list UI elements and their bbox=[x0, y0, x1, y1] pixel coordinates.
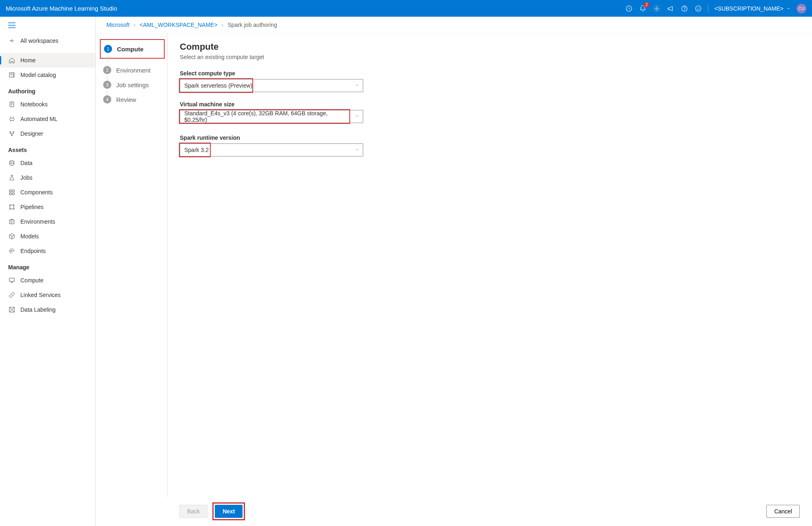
nav-label: Pipelines bbox=[20, 204, 44, 210]
svg-point-1 bbox=[656, 7, 658, 9]
nav-endpoints[interactable]: Endpoints bbox=[0, 244, 95, 258]
topbar: Microsoft Azure Machine Learning Studio … bbox=[0, 0, 812, 17]
main: Microsoft › <AML_WORKSPACE_NAME> › Spark… bbox=[96, 17, 812, 526]
step-job-settings[interactable]: 3 Job settings bbox=[102, 77, 161, 92]
monitor-icon bbox=[8, 277, 15, 284]
subscription-picker[interactable]: <SUBSCRIPTION_NAME> bbox=[714, 5, 791, 12]
flask-icon bbox=[8, 174, 15, 181]
nav-designer[interactable]: Designer bbox=[0, 126, 95, 141]
step-label: Job settings bbox=[116, 81, 149, 88]
label-icon bbox=[8, 306, 15, 313]
nav-notebooks[interactable]: Notebooks bbox=[0, 97, 95, 112]
stepper: 1 Compute 2 Environment 3 Job settings bbox=[96, 33, 168, 526]
nav-label: Compute bbox=[20, 277, 44, 284]
next-button[interactable]: Next bbox=[215, 505, 243, 518]
app-title: Microsoft Azure Machine Learning Studio bbox=[6, 5, 117, 12]
megaphone-icon[interactable] bbox=[666, 4, 675, 13]
subscription-name: <SUBSCRIPTION_NAME> bbox=[714, 5, 783, 12]
nav-jobs[interactable]: Jobs bbox=[0, 170, 95, 185]
svg-rect-23 bbox=[9, 278, 14, 282]
section-authoring: Authoring bbox=[0, 82, 95, 97]
cancel-button[interactable]: Cancel bbox=[766, 505, 800, 518]
step-label: Compute bbox=[117, 46, 143, 53]
step-number: 4 bbox=[103, 95, 111, 103]
svg-rect-15 bbox=[9, 193, 11, 195]
svg-point-17 bbox=[9, 205, 11, 206]
designer-icon bbox=[8, 130, 15, 137]
environment-icon bbox=[8, 218, 15, 225]
home-icon bbox=[8, 57, 15, 64]
runtime-select[interactable]: Spark 3.2 bbox=[180, 143, 363, 156]
svg-rect-21 bbox=[10, 220, 14, 224]
nav-automated-ml[interactable]: Automated ML bbox=[0, 112, 95, 126]
runtime-label: Spark runtime version bbox=[180, 134, 800, 141]
nav-model-catalog[interactable]: Model catalog bbox=[0, 68, 95, 82]
nav-data-labeling[interactable]: Data Labeling bbox=[0, 302, 95, 317]
chevron-right-icon: › bbox=[134, 22, 136, 28]
hamburger-icon[interactable] bbox=[0, 20, 95, 33]
nav-compute[interactable]: Compute bbox=[0, 273, 95, 288]
pipeline-icon bbox=[8, 203, 15, 211]
chevron-right-icon: › bbox=[222, 22, 224, 28]
step-environment[interactable]: 2 Environment bbox=[102, 63, 161, 77]
nav-models[interactable]: Models bbox=[0, 229, 95, 244]
svg-point-3 bbox=[684, 10, 685, 10]
svg-point-6 bbox=[699, 8, 699, 8]
nav-home[interactable]: Home bbox=[0, 53, 95, 68]
automl-icon bbox=[8, 115, 15, 123]
avatar[interactable]: CU bbox=[797, 4, 806, 13]
chevron-down-icon bbox=[355, 147, 360, 153]
data-icon bbox=[8, 159, 15, 167]
nav-label: Jobs bbox=[20, 174, 33, 181]
page-title: Compute bbox=[180, 42, 800, 52]
smile-icon[interactable] bbox=[694, 4, 702, 13]
nav-label: Data bbox=[20, 160, 33, 166]
nav-components[interactable]: Components bbox=[0, 185, 95, 200]
nav-label: Endpoints bbox=[20, 248, 46, 254]
cube-icon bbox=[8, 233, 15, 240]
nav-label: Automated ML bbox=[20, 116, 57, 122]
nav-pipelines[interactable]: Pipelines bbox=[0, 200, 95, 214]
svg-rect-13 bbox=[9, 190, 11, 192]
help-icon[interactable] bbox=[680, 4, 688, 13]
nav-environments[interactable]: Environments bbox=[0, 214, 95, 229]
svg-point-5 bbox=[697, 8, 698, 8]
nav-data[interactable]: Data bbox=[0, 156, 95, 170]
svg-point-11 bbox=[11, 135, 13, 136]
endpoint-icon bbox=[8, 247, 15, 255]
vm-size-select[interactable]: Standard_E4s_v3 (4 core(s), 32GB RAM, 64… bbox=[180, 110, 363, 123]
step-review[interactable]: 4 Review bbox=[102, 92, 161, 107]
highlight-box: Next bbox=[212, 502, 245, 520]
nav-label: Models bbox=[20, 233, 39, 240]
step-label: Environment bbox=[116, 67, 150, 74]
breadcrumb-root[interactable]: Microsoft bbox=[106, 22, 130, 28]
select-value: Spark serverless (Preview) bbox=[184, 82, 252, 89]
bell-icon[interactable]: 2 bbox=[639, 4, 647, 13]
chevron-down-icon bbox=[355, 82, 360, 89]
svg-point-4 bbox=[696, 6, 702, 11]
nav-label: Home bbox=[20, 57, 35, 64]
notebook-icon bbox=[8, 101, 15, 108]
svg-point-9 bbox=[10, 132, 11, 133]
step-label: Review bbox=[116, 96, 136, 103]
svg-point-10 bbox=[13, 132, 14, 133]
step-number: 3 bbox=[103, 81, 111, 89]
select-value: Standard_E4s_v3 (4 core(s), 32GB RAM, 64… bbox=[184, 110, 351, 123]
step-compute[interactable]: 1 Compute bbox=[102, 42, 161, 56]
breadcrumb-workspace[interactable]: <AML_WORKSPACE_NAME> bbox=[139, 22, 217, 28]
vm-size-label: Virtual machine size bbox=[180, 101, 800, 108]
svg-rect-8 bbox=[10, 102, 13, 107]
divider bbox=[708, 4, 708, 13]
svg-rect-16 bbox=[12, 193, 14, 195]
nav-label: Linked Services bbox=[20, 292, 61, 298]
compute-type-select[interactable]: Spark serverless (Preview) bbox=[180, 79, 363, 92]
nav-linked-services[interactable]: Linked Services bbox=[0, 288, 95, 302]
nav-label: Components bbox=[20, 189, 53, 196]
step-number: 2 bbox=[103, 66, 111, 74]
clock-icon[interactable] bbox=[625, 4, 633, 13]
nav-all-workspaces[interactable]: All workspaces bbox=[0, 33, 95, 48]
page-subtitle: Select an existing compute target bbox=[180, 54, 800, 60]
back-button[interactable]: Back bbox=[179, 505, 207, 518]
breadcrumb-current: Spark job authoring bbox=[227, 22, 277, 28]
gear-icon[interactable] bbox=[653, 4, 661, 13]
